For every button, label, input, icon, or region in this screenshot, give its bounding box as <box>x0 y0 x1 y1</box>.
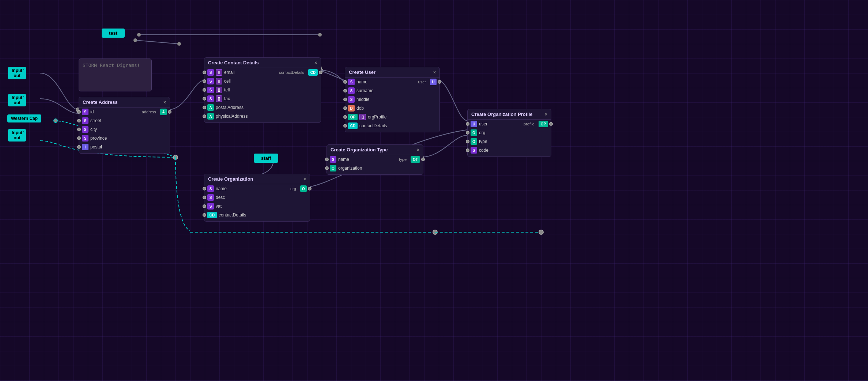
input-out-1: out <box>14 73 20 78</box>
create-user-header: Create User × <box>345 67 439 78</box>
port-op-user-right[interactable] <box>549 122 553 126</box>
storm-textarea[interactable] <box>79 59 152 91</box>
output-address-label: address <box>142 110 156 114</box>
field-email: email <box>224 70 235 75</box>
port-org-vat-left[interactable] <box>203 204 206 208</box>
org-row-desc: S desc <box>204 193 310 202</box>
contact-row-cell: S [] cell <box>204 77 321 86</box>
staff-label-node: staff <box>254 154 278 163</box>
port-street-left[interactable] <box>77 119 81 122</box>
svg-point-7 <box>433 230 437 234</box>
input-close-2[interactable]: × <box>23 95 24 98</box>
create-user-close[interactable]: × <box>433 70 436 75</box>
port-op-type-left[interactable] <box>466 140 469 143</box>
port-postal-addr-left[interactable] <box>203 106 206 109</box>
create-org-type-node: Create Organization Type × S name type O… <box>327 144 423 175</box>
svg-line-5 <box>320 70 345 80</box>
port-email-right[interactable] <box>319 71 322 74</box>
port-ot-org-left[interactable] <box>325 166 329 170</box>
port-ot-name-left[interactable] <box>325 158 329 161</box>
contact-row-fax: S [] fax <box>204 94 321 103</box>
create-org-profile-close[interactable]: × <box>545 112 547 117</box>
diagram-canvas[interactable]: test staff × Input out × Input out Weste… <box>0 0 868 381</box>
badge-o-org: O <box>300 185 307 192</box>
input-label-1: Input <box>12 68 22 73</box>
output-contact-label: contactDetails <box>279 70 304 75</box>
input-box-1[interactable]: × Input out <box>8 67 26 79</box>
input-node-1: × Input out <box>8 67 26 79</box>
badge-arr-email: [] <box>216 69 222 76</box>
create-contact-close[interactable]: × <box>314 60 317 65</box>
port-name-left[interactable] <box>343 80 347 84</box>
badge-s-op-code: S <box>471 147 477 154</box>
field-postal: postal <box>90 144 102 150</box>
user-row-surname: S surname <box>345 86 439 95</box>
field-dob: dob <box>356 106 364 111</box>
badge-ot-type: OT <box>411 156 420 163</box>
port-email-left[interactable] <box>203 71 206 74</box>
field-tell: tell <box>224 87 230 93</box>
field-fax: fax <box>224 96 230 101</box>
org-row-name: S name org O <box>204 184 310 193</box>
field-org-name: name <box>216 186 227 191</box>
org-type-row-name: S name type OT <box>327 155 423 164</box>
port-middle-left[interactable] <box>343 98 347 101</box>
badge-d-dob: D <box>348 105 355 112</box>
input-close-3[interactable]: × <box>23 130 24 133</box>
port-org-contact-left[interactable] <box>203 213 206 217</box>
port-id-right[interactable] <box>168 110 171 114</box>
create-organization-close[interactable]: × <box>303 177 306 182</box>
contact-row-physical: A physicalAddress <box>204 112 321 122</box>
create-address-close[interactable]: × <box>163 100 166 105</box>
svg-point-4 <box>133 38 137 42</box>
field-surname: surname <box>356 88 374 93</box>
connections-layer <box>0 0 868 381</box>
port-id-left[interactable] <box>77 110 81 114</box>
port-op-org-left[interactable] <box>466 131 469 135</box>
input-close-1[interactable]: × <box>23 68 24 71</box>
port-ot-name-right[interactable] <box>421 158 425 161</box>
badge-s-province: S <box>82 135 88 142</box>
create-org-type-close[interactable]: × <box>417 147 419 152</box>
port-city-left[interactable] <box>77 128 81 131</box>
port-physical-left[interactable] <box>203 114 206 118</box>
input-box-3[interactable]: × Input out <box>8 129 26 142</box>
port-dob-left[interactable] <box>343 106 347 110</box>
field-op-code: code <box>479 148 488 153</box>
input-label-3: Input <box>12 130 22 135</box>
port-tell-left[interactable] <box>203 88 206 92</box>
port-org-name-left[interactable] <box>203 187 206 190</box>
output-profile-label: profile <box>524 122 535 126</box>
port-user-contact-left[interactable] <box>343 124 347 128</box>
port-fax-left[interactable] <box>203 97 206 101</box>
badge-s-email: S <box>207 69 214 76</box>
port-surname-left[interactable] <box>343 89 347 93</box>
org-row-contact: CD contactDetails <box>204 211 310 221</box>
field-org-contact: contactDetails <box>219 212 246 218</box>
input-box-2[interactable]: × Input out <box>8 94 26 106</box>
create-address-row-postal: I postal <box>79 143 170 153</box>
create-organization-header: Create Organization × <box>204 174 310 184</box>
western-cap-node[interactable]: Western Cap <box>7 114 41 122</box>
port-org-name-right[interactable] <box>308 187 312 190</box>
svg-point-10 <box>177 42 181 46</box>
port-op-code-left[interactable] <box>466 148 469 152</box>
port-org-desc-left[interactable] <box>203 196 206 199</box>
badge-arr-tell: [] <box>216 87 222 93</box>
port-province-left[interactable] <box>77 136 81 140</box>
field-op-user: user <box>479 121 487 127</box>
badge-a-physical: A <box>207 113 214 120</box>
port-name-right[interactable] <box>438 80 441 84</box>
port-postal-left[interactable] <box>77 145 81 149</box>
port-orgprofile-left[interactable] <box>343 115 347 119</box>
badge-o-op-type: O <box>471 138 477 145</box>
input-out-2: out <box>14 100 20 105</box>
port-op-user-left[interactable] <box>466 122 469 126</box>
org-profile-row-code: S code <box>468 146 551 156</box>
badge-s-name: S <box>348 79 355 85</box>
org-profile-row-type: O type <box>468 137 551 146</box>
port-cell-left[interactable] <box>203 79 206 83</box>
field-province: province <box>90 136 107 141</box>
create-organization-node: Create Organization × S name org O S des… <box>204 174 310 222</box>
badge-u-user: U <box>430 79 437 85</box>
